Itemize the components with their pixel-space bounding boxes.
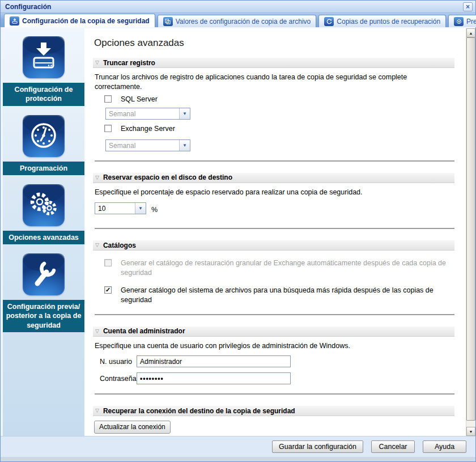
tab-label: Valores de configuración de copia de arc…: [176, 18, 311, 26]
exchange-catalog-checkbox: [104, 259, 112, 266]
fs-catalog-label: Generar catálogo del sistema de archivos…: [121, 286, 454, 305]
file-copy-tab-icon: [163, 17, 173, 26]
tab-preferences[interactable]: Preferencias: [448, 15, 476, 27]
settings-dialog: Configuración × Configuración de la copi…: [0, 0, 476, 462]
section-header-reserve-space[interactable]: ▽ Reservar espacio en el disco de destin…: [93, 173, 454, 183]
pre-post-wrench-icon: [23, 253, 65, 295]
scroll-up-icon[interactable]: ▲: [466, 28, 475, 37]
close-icon[interactable]: ×: [463, 2, 473, 11]
sidebar-item-protection-settings[interactable]: Configuración de protección: [3, 28, 84, 107]
tab-bar: Configuración de la copia de seguridad V…: [1, 13, 475, 28]
page-title: Opciones avanzadas: [94, 37, 454, 49]
vertical-scrollbar[interactable]: ▲ ▼: [466, 28, 475, 436]
admin-description: Especifique una cuenta de usuario con pr…: [95, 341, 446, 351]
help-button[interactable]: Ayuda: [423, 440, 466, 453]
update-connection-button[interactable]: Actualizar la conexión: [94, 421, 171, 434]
percent-unit-label: %: [151, 206, 158, 214]
collapse-triangle-icon[interactable]: ▽: [95, 175, 99, 180]
exchange-server-checkbox-row: Exchange Server: [104, 124, 454, 134]
sql-schedule-dropdown[interactable]: Semanal ▼: [105, 108, 190, 120]
sidebar-item-label: Programación: [3, 162, 84, 175]
section-divider: [95, 314, 454, 315]
exchange-server-label: Exchange Server: [121, 124, 175, 134]
sidebar-item-advanced-settings[interactable]: Opciones avanzadas: [3, 176, 84, 245]
sidebar-item-label: Configuración previa/ posterior a la cop…: [3, 300, 84, 332]
exchange-catalog-label: Generar el catálogo de restauración gran…: [121, 258, 454, 278]
sql-schedule-value: Semanal: [106, 108, 179, 119]
fs-catalog-checkbox-row: ✓ Generar catálogo del sistema de archiv…: [104, 286, 454, 305]
scrollbar-thumb[interactable]: [466, 37, 475, 421]
tab-backup-settings[interactable]: Configuración de la copia de seguridad: [4, 14, 155, 27]
chevron-down-icon[interactable]: ▼: [135, 203, 146, 214]
dialog-footer: Guardar la configuración Cancelar Ayuda: [1, 436, 475, 457]
sidebar-item-schedule[interactable]: Programación: [3, 107, 84, 176]
truncate-description: Truncar los archivos de registro de apli…: [95, 73, 446, 91]
exchange-catalog-checkbox-row: Generar el catálogo de restauración gran…: [104, 258, 454, 278]
backup-tab-icon: [10, 16, 19, 26]
tab-label: Configuración de la copia de seguridad: [22, 17, 150, 25]
section-divider: [95, 160, 454, 162]
tab-label: Preferencias: [466, 18, 476, 26]
collapse-triangle-icon[interactable]: ▽: [95, 60, 99, 65]
username-input[interactable]: Administrador: [137, 355, 291, 367]
window-title: Configuración: [1, 3, 51, 11]
sidebar-item-label: Opciones avanzadas: [3, 231, 84, 244]
scroll-down-icon[interactable]: ▼: [466, 427, 475, 436]
reserve-percent-dropdown[interactable]: 10 ▼: [95, 202, 146, 214]
section-title: Truncar registro: [103, 59, 155, 67]
section-header-reconnect-destination[interactable]: ▽ Recuperar la conexión del destino de l…: [93, 406, 454, 416]
sidebar-item-label: Configuración de protección: [3, 83, 84, 106]
password-input[interactable]: ••••••••: [137, 372, 291, 384]
chevron-down-icon[interactable]: ▼: [179, 108, 190, 119]
sql-server-checkbox-row: SQL Server: [104, 95, 454, 104]
section-divider: [95, 393, 454, 395]
title-bar: Configuración ×: [1, 1, 475, 13]
tab-label: Copias de puntos de recuperación: [337, 18, 440, 26]
dialog-body: Configuración de protección Programación: [1, 28, 475, 436]
reserve-percent-row: 10 ▼ %: [93, 200, 454, 219]
collapse-triangle-icon[interactable]: ▽: [95, 329, 99, 334]
preferences-tab-icon: [454, 17, 464, 26]
exchange-schedule-dropdown[interactable]: Semanal ▼: [105, 139, 190, 151]
sql-server-checkbox[interactable]: [104, 95, 112, 103]
save-settings-button[interactable]: Guardar la configuración: [272, 440, 363, 453]
fs-catalog-checkbox[interactable]: ✓: [104, 286, 112, 294]
section-header-catalogs[interactable]: ▽ Catálogos: [93, 240, 454, 251]
password-label: Contraseña: [100, 375, 137, 383]
section-divider: [95, 228, 454, 229]
username-field-row: N. usuario Administrador: [100, 355, 454, 367]
reserve-percent-value: 10: [95, 203, 135, 214]
advanced-gears-icon: [23, 184, 65, 226]
protection-backup-icon: [23, 36, 65, 78]
advanced-options-pane: Opciones avanzadas ▽ Truncar registro Tr…: [84, 28, 466, 436]
chevron-down-icon[interactable]: ▼: [179, 140, 190, 151]
exchange-schedule-value: Semanal: [106, 140, 179, 151]
section-title: Reservar espacio en el disco de destino: [103, 173, 232, 181]
sql-server-label: SQL Server: [121, 95, 158, 104]
collapse-triangle-icon[interactable]: ▽: [95, 243, 99, 248]
settings-sidebar: Configuración de protección Programación: [3, 28, 84, 436]
username-label: N. usuario: [100, 358, 137, 366]
cancel-button[interactable]: Cancelar: [371, 440, 415, 453]
password-field-row: Contraseña ••••••••: [100, 372, 454, 384]
section-header-truncate-log[interactable]: ▽ Truncar registro: [93, 58, 454, 68]
collapse-triangle-icon[interactable]: ▽: [95, 408, 99, 413]
sidebar-item-pre-post-backup-settings[interactable]: Configuración previa/ posterior a la cop…: [3, 245, 84, 333]
section-header-admin-account[interactable]: ▽ Cuenta del administrador: [93, 327, 454, 337]
window-bottom-edge: [1, 457, 475, 461]
schedule-clock-icon: [23, 115, 65, 157]
reserve-description: Especifique el porcentaje de espacio res…: [95, 188, 446, 197]
section-title: Recuperar la conexión del destino de la …: [103, 407, 295, 415]
section-title: Cuenta del administrador: [103, 327, 185, 335]
section-title: Catálogos: [103, 241, 136, 249]
recovery-points-tab-icon: [324, 17, 334, 26]
tab-file-copy-settings[interactable]: Valores de configuración de copia de arc…: [158, 15, 317, 27]
tab-recovery-point-copies[interactable]: Copias de puntos de recuperación: [318, 15, 446, 27]
exchange-server-checkbox[interactable]: [104, 125, 112, 132]
